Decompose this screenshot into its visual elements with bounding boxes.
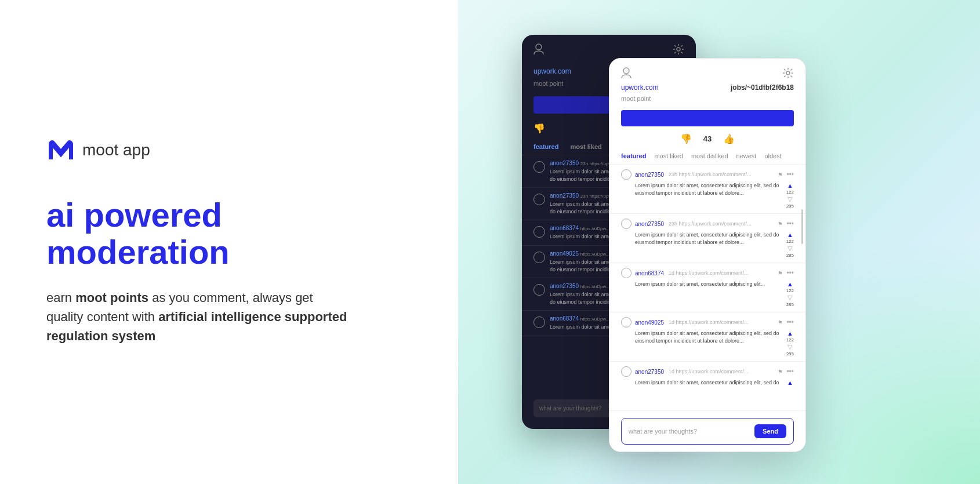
light-comment-header-2: anon27350 23h https://upwork.com/comment… (621, 219, 794, 229)
light-avatar-1 (621, 169, 631, 180)
light-comment-meta-3: 1d https://upwork.com/comment/... (669, 270, 749, 276)
light-phone-comments: anon27350 23h https://upwork.com/comment… (609, 165, 805, 385)
light-comment-text-1: Lorem ipsum dolor sit amet, consectetur … (621, 182, 783, 196)
desc-part1: earn (46, 290, 75, 305)
vote-area-5: ▲ 122 ▽ 285 (786, 379, 794, 385)
light-comment-body-4: Lorem ipsum dolor sit amet, consectetur … (621, 330, 794, 356)
logo-area: moot app (46, 139, 406, 162)
upvote-icon-4[interactable]: ▲ (787, 330, 793, 337)
light-phone-input-placeholder[interactable]: what are your thoughts? (629, 428, 697, 435)
light-comment-text-5: Lorem ipsum dolor sit amet, consectetur … (621, 379, 783, 385)
dark-avatar-1 (533, 161, 545, 173)
vote-area-1: ▲ 122 ▽ 285 (786, 182, 794, 209)
light-comment-header-1: anon27350 23h https://upwork.com/comment… (621, 169, 794, 180)
light-comment-1: anon27350 23h https://upwork.com/comment… (609, 165, 805, 214)
dark-tab-featured[interactable]: featured (533, 143, 558, 150)
light-phone-input-box: what are your thoughts? Send (621, 418, 794, 445)
scrollbar[interactable] (801, 209, 803, 244)
headline-line1: ai powered (46, 196, 222, 234)
light-comment-header-5: anon27350 1d https://upwork.com/comment/… (621, 366, 794, 377)
flag-icon-2: ⚑ (778, 221, 783, 227)
light-comment-header-3: anon68374 1d https://upwork.com/comment/… (621, 268, 794, 278)
light-phone-tabs: featured most liked most disliked newest… (609, 148, 805, 165)
dots-icon-4[interactable]: ••• (786, 318, 794, 326)
vote-count-down-1: 285 (786, 203, 794, 209)
downvote-icon-2[interactable]: ▽ (787, 245, 792, 252)
light-comment-actions-1: ⚑ ••• (778, 170, 794, 179)
light-avatar-5 (621, 366, 631, 377)
light-tab-most-liked[interactable]: most liked (654, 152, 683, 159)
light-tab-most-disliked[interactable]: most disliked (691, 152, 728, 159)
dots-icon-5[interactable]: ••• (786, 367, 794, 376)
light-comment-2: anon27350 23h https://upwork.com/comment… (609, 214, 805, 263)
flag-icon-5: ⚑ (778, 369, 783, 375)
light-tab-featured[interactable]: featured (621, 152, 646, 159)
flag-icon-1: ⚑ (778, 172, 783, 178)
headline-line2: moderation (46, 233, 230, 271)
dots-icon-2[interactable]: ••• (786, 220, 794, 228)
light-comment-name-5: anon27350 (635, 369, 664, 375)
vote-count-4: 122 (786, 337, 794, 343)
light-comment-header-4: anon49025 1d https://upwork.com/comment/… (621, 317, 794, 327)
svg-point-3 (786, 71, 790, 75)
light-comment-meta-4: 1d https://upwork.com/comment/... (669, 319, 749, 325)
light-phone-subtitle: moot point (609, 94, 805, 107)
svg-point-1 (677, 48, 680, 51)
vote-count-down-2: 285 (786, 253, 794, 258)
vote-count-2: 122 (786, 239, 794, 244)
like-icon: 👍 (723, 133, 735, 144)
upvote-icon-1[interactable]: ▲ (787, 182, 793, 189)
vote-count-3: 122 (786, 288, 794, 293)
light-comment-body-2: Lorem ipsum dolor sit amet, consectetur … (621, 231, 794, 258)
light-phone-path: jobs/~01dfbf2f6b18 (731, 83, 794, 92)
light-comment-meta-5: 1d https://upwork.com/comment/... (669, 369, 749, 374)
light-phone-score-row: 👎 43 👍 (609, 130, 805, 148)
light-comment-name-2: anon27350 (635, 221, 664, 227)
light-comment-body-1: Lorem ipsum dolor sit amet, consectetur … (621, 182, 794, 209)
vote-count-down-4: 285 (786, 351, 794, 356)
svg-point-2 (623, 68, 629, 74)
downvote-icon-3[interactable]: ▽ (787, 294, 792, 301)
logo-icon (46, 139, 75, 162)
light-comment-3: anon68374 1d https://upwork.com/comment/… (609, 263, 805, 312)
dark-avatar-6 (533, 316, 545, 328)
downvote-icon-4[interactable]: ▽ (787, 343, 792, 351)
light-phone-input-area: what are your thoughts? Send (609, 410, 805, 452)
light-tab-newest[interactable]: newest (736, 152, 757, 159)
upvote-icon-3[interactable]: ▲ (787, 281, 793, 288)
dots-icon-3[interactable]: ••• (786, 269, 794, 277)
light-comment-actions-5: ⚑ ••• (778, 367, 794, 376)
dark-avatar-4 (533, 252, 545, 263)
light-avatar-2 (621, 219, 631, 229)
headline: ai powered moderation (46, 196, 406, 271)
light-tab-oldest[interactable]: oldest (764, 152, 781, 159)
downvote-icon-1[interactable]: ▽ (787, 195, 792, 203)
vote-area-3: ▲ 122 ▽ 285 (786, 281, 794, 307)
dots-icon-1[interactable]: ••• (786, 170, 794, 179)
light-phone-bar (621, 110, 794, 126)
light-comment-text-2: Lorem ipsum dolor sit amet, consectetur … (621, 231, 783, 246)
light-comment-body-5: Lorem ipsum dolor sit amet, consectetur … (621, 379, 794, 385)
light-phone-url: upwork.com (621, 83, 659, 92)
upvote-icon-5[interactable]: ▲ (787, 379, 793, 385)
light-avatar-3 (621, 268, 631, 278)
light-phone-url-row: upwork.com jobs/~01dfbf2f6b18 (609, 83, 805, 94)
light-comment-name-4: anon49025 (635, 319, 664, 326)
light-comment-5: anon27350 1d https://upwork.com/comment/… (609, 362, 805, 385)
light-phone-mockup: upwork.com jobs/~01dfbf2f6b18 moot point… (609, 58, 806, 452)
svg-point-0 (536, 44, 542, 50)
light-comment-text-3: Lorem ipsum dolor sit amet, consectetur … (621, 281, 783, 288)
light-comment-name-1: anon27350 (635, 172, 664, 178)
desc-bold1: moot points (75, 290, 148, 305)
light-avatar-4 (621, 317, 631, 327)
dark-tab-most-liked[interactable]: most liked (570, 143, 601, 150)
dark-avatar-5 (533, 284, 545, 296)
light-comment-actions-2: ⚑ ••• (778, 220, 794, 228)
light-comment-text-4: Lorem ipsum dolor sit amet, consectetur … (621, 330, 783, 344)
vote-area-2: ▲ 122 ▽ 285 (786, 231, 794, 258)
upvote-icon-2[interactable]: ▲ (787, 231, 793, 238)
light-comment-actions-3: ⚑ ••• (778, 269, 794, 277)
light-comment-body-3: Lorem ipsum dolor sit amet, consectetur … (621, 281, 794, 307)
send-button[interactable]: Send (754, 424, 786, 438)
dark-phone-person-icon (533, 43, 544, 55)
